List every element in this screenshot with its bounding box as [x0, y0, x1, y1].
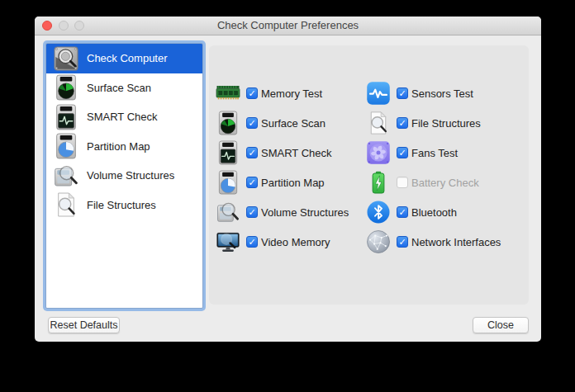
left-checkbox-column: Memory Test Surface Scan SMART Check Par… — [216, 81, 349, 259]
file-structures-icon — [53, 191, 79, 218]
file-structures-icon — [366, 111, 391, 135]
checkbox-row-battery-check: Battery Check — [366, 170, 501, 195]
memory-test-checkbox[interactable] — [246, 87, 258, 99]
category-sidebar: Check Computer Surface Scan SMART Check … — [45, 43, 203, 309]
checkbox-row-video-memory: Video Memory — [216, 229, 349, 254]
checkbox-row-surface-scan: Surface Scan — [216, 111, 349, 135]
checkbox-row-fans-test: Fans Test — [366, 140, 501, 165]
network-interfaces-icon — [366, 229, 391, 254]
sidebar-item-partition-map[interactable]: Partition Map — [46, 132, 202, 162]
surface-scan-icon — [216, 111, 240, 135]
sidebar-item-surface-scan[interactable]: Surface Scan — [46, 73, 202, 103]
partition-map-icon — [53, 133, 79, 159]
checkbox-label[interactable]: Memory Test — [261, 87, 322, 100]
sidebar-item-label: Surface Scan — [87, 82, 151, 94]
window-title: Check Computer Preferences — [35, 17, 541, 35]
smart-check-icon — [53, 104, 79, 130]
smart-check-checkbox[interactable] — [246, 147, 258, 158]
battery-check-icon — [366, 170, 391, 195]
sidebar-item-label: Partition Map — [87, 140, 150, 153]
checkbox-row-sensors-test: Sensors Test — [366, 81, 501, 106]
volume-structures-checkbox[interactable] — [246, 206, 258, 218]
checkbox-label: Battery Check — [411, 177, 479, 189]
check-computer-icon — [53, 45, 79, 72]
battery-check-checkbox — [397, 177, 408, 188]
checkbox-label[interactable]: Video Memory — [261, 236, 330, 248]
right-checkbox-column: Sensors Test File Structures Fans Test B… — [366, 81, 501, 259]
checkbox-row-network-interfaces: Network Interfaces — [366, 229, 501, 254]
volume-structures-icon — [53, 163, 79, 189]
sidebar-item-label: SMART Check — [87, 111, 158, 123]
checkbox-label[interactable]: Bluetooth — [411, 206, 457, 219]
sidebar-item-volume-structures[interactable]: Volume Structures — [46, 161, 202, 191]
reset-defaults-button[interactable]: Reset Defaults — [48, 317, 120, 333]
partition-map-icon — [216, 170, 240, 195]
fans-test-checkbox[interactable] — [397, 147, 408, 158]
checkbox-label[interactable]: SMART Check — [261, 147, 332, 159]
checkbox-row-volume-structures: Volume Structures — [216, 200, 349, 224]
checkbox-label[interactable]: Fans Test — [411, 147, 458, 159]
checkbox-row-bluetooth: Bluetooth — [366, 200, 501, 224]
title-bar[interactable]: Check Computer Preferences — [35, 17, 541, 35]
sidebar-item-label: Check Computer — [87, 52, 168, 64]
checkbox-row-memory-test: Memory Test — [216, 81, 349, 106]
close-button[interactable]: Close — [473, 317, 529, 333]
checkbox-label[interactable]: Surface Scan — [261, 117, 326, 130]
checkbox-label[interactable]: Network Interfaces — [411, 236, 501, 248]
network-interfaces-checkbox[interactable] — [397, 236, 408, 248]
bluetooth-icon — [366, 200, 391, 224]
checkbox-label[interactable]: Partition Map — [261, 177, 325, 189]
sensors-test-icon — [366, 81, 391, 106]
surface-scan-checkbox[interactable] — [246, 117, 258, 129]
video-memory-icon — [216, 229, 240, 254]
preferences-window: Check Computer Preferences Check Compute… — [35, 17, 541, 342]
sidebar-item-label: Volume Structures — [87, 169, 174, 182]
checkbox-label[interactable]: Volume Structures — [261, 206, 349, 219]
checkbox-row-smart-check: SMART Check — [216, 140, 349, 165]
file-structures-checkbox[interactable] — [397, 117, 408, 129]
memory-test-icon — [216, 81, 240, 106]
checkbox-label[interactable]: File Structures — [411, 117, 481, 130]
video-memory-checkbox[interactable] — [246, 236, 258, 248]
test-options-panel: Memory Test Surface Scan SMART Check Par… — [209, 45, 529, 305]
sensors-test-checkbox[interactable] — [397, 87, 408, 99]
sidebar-item-check-computer[interactable]: Check Computer — [46, 44, 202, 73]
sidebar-item-file-structures[interactable]: File Structures — [46, 191, 202, 220]
surface-scan-icon — [53, 74, 79, 101]
partition-map-checkbox[interactable] — [246, 177, 258, 188]
sidebar-item-smart-check[interactable]: SMART Check — [46, 102, 202, 132]
volume-structures-icon — [216, 200, 240, 224]
fans-test-icon — [366, 140, 391, 165]
desktop-background: { "window_title": "Check Computer Prefer… — [0, 0, 575, 392]
smart-check-icon — [216, 140, 240, 165]
bluetooth-checkbox[interactable] — [397, 206, 408, 218]
checkbox-row-partition-map: Partition Map — [216, 170, 349, 195]
sidebar-item-label: File Structures — [87, 199, 156, 211]
checkbox-label[interactable]: Sensors Test — [411, 87, 473, 100]
checkbox-row-file-structures: File Structures — [366, 111, 501, 135]
